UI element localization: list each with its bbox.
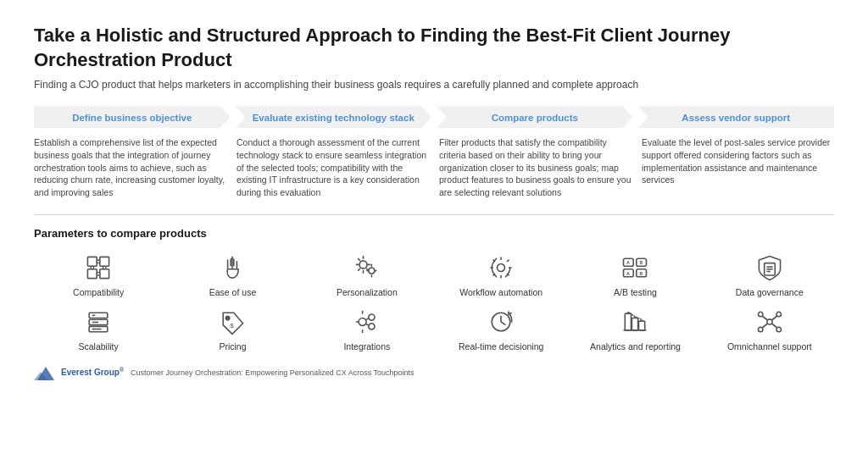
puzzle-icon: [80, 252, 117, 284]
step-3-title: Compare products: [448, 113, 621, 123]
params-title: Parameters to compare products: [34, 227, 834, 240]
svg-point-46: [767, 318, 772, 324]
param-ab-testing: A A B B A/B testing: [570, 252, 699, 297]
svg-line-34: [366, 318, 369, 319]
svg-point-50: [776, 327, 781, 331]
svg-line-35: [366, 324, 369, 324]
svg-text:$: $: [231, 322, 235, 329]
svg-rect-41: [639, 321, 645, 330]
svg-point-4: [97, 260, 100, 263]
param-ease-of-use-label: Ease of use: [209, 287, 256, 297]
svg-text:B: B: [640, 260, 643, 265]
desc-3: Filter products that satisfy the compati…: [439, 136, 632, 198]
step-4-title: Assess vendor support: [650, 113, 823, 123]
svg-point-47: [758, 312, 762, 316]
param-compatibility-label: Compatibility: [73, 287, 124, 297]
section-divider: [34, 214, 834, 215]
page-subtitle: Finding a CJO product that helps markete…: [34, 79, 834, 91]
param-scalability-label: Scalability: [79, 341, 119, 352]
svg-point-31: [359, 318, 366, 325]
svg-rect-39: [626, 313, 632, 330]
svg-rect-40: [632, 318, 638, 329]
step-4: Assess vendor support: [638, 106, 835, 128]
step-2: Evaluate existing technology stack: [236, 106, 432, 128]
page-title: Take a Holistic and Structured Approach …: [34, 24, 763, 72]
gears-icon: [348, 252, 386, 284]
param-personalization-label: Personalization: [337, 287, 398, 297]
svg-point-9: [369, 268, 375, 274]
svg-text:B: B: [640, 271, 643, 276]
param-workflow-automation: Workflow automation: [437, 252, 565, 297]
hand-pointer-icon: [214, 252, 251, 284]
step-3: Compare products: [437, 106, 633, 128]
param-omnichannel-support-label: Omnichannel support: [727, 341, 812, 352]
step-1-title: Define business objective: [46, 113, 219, 123]
ab-icon: A A B B: [616, 252, 654, 284]
svg-point-48: [776, 312, 781, 316]
svg-rect-0: [88, 257, 97, 266]
desc-1: Establish a comprehensive list of the ex…: [34, 136, 226, 198]
desc-4: Evaluate the level of post-sales service…: [642, 136, 834, 198]
svg-point-6: [103, 266, 107, 269]
svg-point-29: [226, 316, 231, 320]
param-ease-of-use: Ease of use: [168, 252, 297, 297]
clock-arrows-icon: [482, 306, 520, 338]
param-analytics-reporting-label: Analytics and reporting: [590, 341, 681, 352]
param-analytics-reporting: Analytics and reporting: [570, 306, 699, 352]
param-ab-testing-label: A/B testing: [614, 287, 657, 297]
svg-rect-3: [100, 269, 109, 278]
svg-point-49: [758, 327, 762, 331]
svg-point-8: [359, 261, 367, 269]
param-pricing-label: Pricing: [219, 341, 246, 352]
integ-gears-icon: [348, 306, 386, 338]
svg-rect-23: [89, 313, 108, 318]
step-2-title: Evaluate existing technology stack: [248, 113, 420, 123]
layers-icon: [80, 306, 117, 338]
steps-row: Define business objective Evaluate exist…: [34, 106, 834, 128]
param-integrations-label: Integrations: [343, 341, 390, 352]
param-omnichannel-support: Omnichannel support: [705, 306, 834, 352]
params-grid: Compatibility Ease of use: [34, 252, 834, 352]
descriptions-row: Establish a comprehensive list of the ex…: [34, 136, 834, 198]
param-pricing: $ Pricing: [168, 306, 297, 352]
param-scalability: Scalability: [34, 306, 163, 352]
svg-point-5: [91, 266, 94, 269]
svg-text:A: A: [627, 260, 631, 265]
svg-rect-2: [88, 269, 97, 278]
param-data-governance-label: Data governance: [736, 287, 804, 297]
cog-arrows-icon: [482, 252, 520, 284]
svg-line-38: [501, 322, 505, 325]
footer-logo: Everest Group®: [34, 363, 124, 382]
svg-point-10: [498, 263, 505, 271]
svg-line-54: [772, 324, 777, 328]
param-personalization: Personalization: [303, 252, 431, 297]
chart-bar-icon: [616, 306, 654, 338]
footer: Everest Group® Customer Journey Orchestr…: [34, 363, 834, 382]
shield-doc-icon: [751, 252, 788, 284]
svg-point-33: [369, 323, 375, 329]
svg-point-7: [97, 272, 100, 275]
step-1: Define business objective: [34, 106, 231, 128]
svg-line-52: [772, 316, 777, 320]
tag-dollar-icon: $: [214, 306, 251, 338]
network-dots-icon: [751, 306, 788, 338]
param-data-governance: Data governance: [705, 252, 834, 297]
svg-rect-1: [100, 257, 109, 266]
param-compatibility: Compatibility: [34, 252, 163, 297]
svg-line-51: [762, 316, 767, 320]
desc-2: Conduct a thorough assessment of the cur…: [236, 136, 429, 198]
svg-point-32: [369, 314, 375, 320]
param-workflow-automation-label: Workflow automation: [459, 287, 542, 297]
param-real-time-decisioning-label: Real-time decisioning: [459, 341, 543, 352]
page-container: Take a Holistic and Structured Approach …: [0, 0, 868, 396]
footer-brand-name: Everest Group®: [61, 367, 124, 377]
svg-line-53: [762, 324, 767, 328]
param-integrations: Integrations: [303, 306, 431, 352]
footer-tagline: Customer Journey Orchestration: Empoweri…: [131, 368, 415, 377]
param-real-time-decisioning: Real-time decisioning: [437, 306, 565, 352]
svg-text:A: A: [627, 271, 631, 276]
everest-group-logo-icon: [34, 363, 58, 382]
